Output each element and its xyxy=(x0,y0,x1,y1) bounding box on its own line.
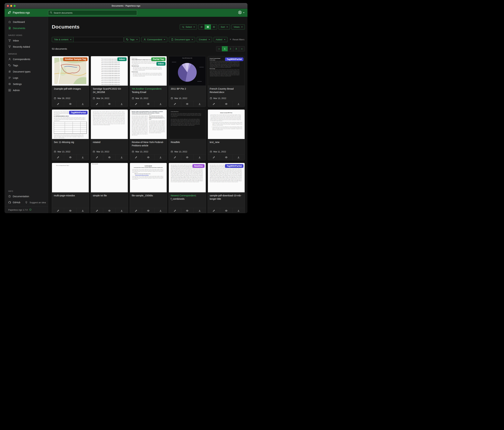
document-card[interactable]: Review of New York Federal Petitions for… xyxy=(130,109,167,160)
view-button[interactable] xyxy=(220,155,232,160)
document-thumbnail[interactable]: This is a test for the double space char… xyxy=(91,56,128,86)
download-button[interactable] xyxy=(115,101,128,107)
document-thumbnail[interactable]: Adobe Acrobat PDF FilesLorem ipsum dolor… xyxy=(208,110,245,139)
document-card[interactable]: French Country BreadFor the Leaven:Lorem… xyxy=(208,56,245,107)
download-button[interactable] xyxy=(115,208,128,213)
document-title[interactable]: ReadMe xyxy=(171,141,204,144)
edit-button[interactable] xyxy=(91,101,103,107)
sidebar-item-correspondents[interactable]: Correspondents xyxy=(5,56,48,62)
sidebar-item-document-types[interactable]: Document types xyxy=(5,68,48,75)
download-button[interactable] xyxy=(154,208,167,213)
document-title[interactable]: file-sample_150kBs xyxy=(132,194,165,197)
document-thumbnail[interactable]: Lorem ipsum dolor sit amet, consectetur … xyxy=(169,163,206,193)
edit-button[interactable] xyxy=(208,101,220,107)
edit-button[interactable] xyxy=(208,155,220,160)
document-correspondent[interactable]: Newest Correspondent xyxy=(171,194,196,197)
list-view-button[interactable] xyxy=(198,24,205,29)
title-content-filter-button[interactable]: Title & content xyxy=(52,37,74,42)
document-thumbnail[interactable]: Lorem ipsum dolor sit amet, consectetur … xyxy=(52,110,89,139)
document-title[interactable]: rotated xyxy=(93,141,126,144)
sidebar-item-dashboard[interactable]: Dashboard xyxy=(5,19,48,25)
document-title[interactable]: sample-pdf-download-10-mb-longer-title xyxy=(210,194,243,201)
tag-another-sample-tag[interactable]: Another Sample Tag xyxy=(63,57,88,61)
document-card[interactable]: Contact Sheet DemoLorem ipsum dolor sit … xyxy=(169,109,206,160)
download-button[interactable] xyxy=(232,155,245,160)
document-title[interactable]: Sec 11-Missing sig xyxy=(54,141,87,144)
tag-tagwithpartial[interactable]: TagWithPartial xyxy=(225,164,243,168)
sidebar-item-settings[interactable]: Settings xyxy=(5,81,48,87)
document-type-filter-button[interactable]: Document type xyxy=(169,37,195,42)
download-button[interactable] xyxy=(154,155,167,160)
document-thumbnail[interactable]: This is a test file. xyxy=(91,163,128,193)
brand[interactable]: Paperless-ngx xyxy=(8,10,48,15)
view-button[interactable] xyxy=(220,101,232,107)
user-menu-button[interactable] xyxy=(238,10,244,15)
edit-button[interactable] xyxy=(169,208,181,213)
view-button[interactable] xyxy=(142,208,154,213)
view-button[interactable] xyxy=(64,101,76,107)
document-thumbnail[interactable]: Lorem ipsum dolor sit amet, consectetur … xyxy=(208,163,245,193)
document-title[interactable]: 2sample-pdf-with-images xyxy=(54,87,87,91)
document-thumbnail[interactable]: Contact Sheet DemoLorem ipsum dolor sit … xyxy=(169,110,206,139)
download-button[interactable] xyxy=(193,101,206,107)
document-title[interactable]: French Country Bread Revised.docx xyxy=(210,87,243,94)
sidebar-item-recently-added[interactable]: Recently Added xyxy=(5,44,48,50)
document-thumbnail[interactable]: Release NotesSimba ODBC Driver for SQL S… xyxy=(130,56,167,86)
view-button[interactable] xyxy=(220,208,232,213)
edit-button[interactable] xyxy=(130,101,142,107)
document-title[interactable]: simple txt file xyxy=(93,194,126,197)
view-button[interactable] xyxy=(103,101,115,107)
added-filter-button[interactable]: Added xyxy=(214,37,227,42)
views-button[interactable]: Views xyxy=(231,24,245,29)
document-title[interactable]: Yet Another Correspondent: Testing Email xyxy=(132,87,165,94)
document-card[interactable]: Another Sample Tag 2sample-pdf-with-imag… xyxy=(52,56,89,107)
sidebar-item-documents[interactable]: Documents xyxy=(5,25,48,31)
tag-partial-tag[interactable]: Partial Tag xyxy=(151,57,166,61)
download-button[interactable] xyxy=(154,101,167,107)
download-button[interactable] xyxy=(232,208,245,213)
edit-button[interactable] xyxy=(130,208,142,213)
edit-button[interactable] xyxy=(52,208,64,213)
document-thumbnail[interactable]: Review of New York Federal Petitions for… xyxy=(130,110,167,139)
tag-tagwithpartial[interactable]: TagWithPartial xyxy=(69,111,88,114)
tag-inbox[interactable]: Inbox xyxy=(156,62,166,66)
document-card[interactable]: Lorem ipsum dolor sit amet, consectetur … xyxy=(208,163,245,213)
document-title[interactable]: multi-page-mixedxx xyxy=(54,194,87,197)
document-title[interactable]: test_new xyxy=(210,141,243,144)
edit-button[interactable] xyxy=(208,208,220,213)
edit-button[interactable] xyxy=(91,155,103,160)
tag-tagwithpartial[interactable]: TagWithPartial xyxy=(225,57,243,61)
document-card[interactable]: Release NotesSimba ODBC Driver for SQL S… xyxy=(130,56,167,107)
document-title[interactable]: 2011 BP Pie 2 xyxy=(171,87,204,91)
document-card[interactable]: This is a test file. simple txt file xyxy=(91,163,128,213)
document-thumbnail[interactable]: Another Sample Tag xyxy=(52,56,89,86)
document-card[interactable]: Adobe Acrobat PDF FilesLorem ipsum dolor… xyxy=(208,109,245,160)
page-button-3[interactable]: 3 xyxy=(233,46,239,51)
document-title[interactable]: Sonstige ScanPC2022 03-24_081058 xyxy=(93,87,126,94)
prev-page-button[interactable]: « xyxy=(216,46,222,51)
reset-filters-button[interactable]: Reset filters xyxy=(229,38,245,41)
sidebar-item-tags[interactable]: Tags xyxy=(5,62,48,68)
global-search[interactable] xyxy=(48,10,137,15)
sidebar-item-documentation[interactable]: Documentation xyxy=(5,193,48,199)
edit-button[interactable] xyxy=(130,155,142,160)
filter-query-input[interactable] xyxy=(74,37,124,42)
view-button[interactable] xyxy=(181,208,193,213)
edit-button[interactable] xyxy=(52,155,64,160)
document-thumbnail[interactable]: French Country BreadFor the Leaven:Lorem… xyxy=(208,56,245,86)
sidebar-item-suggest-idea[interactable]: Suggest an idea xyxy=(21,199,47,206)
detail-view-button[interactable] xyxy=(211,24,217,29)
edit-button[interactable] xyxy=(52,101,64,107)
close-window-button[interactable] xyxy=(7,5,9,7)
created-filter-button[interactable]: Created xyxy=(197,37,212,42)
document-card[interactable]: Lorem ipsum dolor sit amet, consectetur … xyxy=(169,163,206,213)
correspondent-filter-button[interactable]: Correspondent xyxy=(141,37,167,42)
download-button[interactable] xyxy=(193,155,206,160)
edit-button[interactable] xyxy=(169,155,181,160)
sidebar-item-admin[interactable]: Admin xyxy=(5,87,48,93)
document-title[interactable]: Review-of-New-York-Federal-Petitions-art… xyxy=(132,141,165,147)
view-button[interactable] xyxy=(181,155,193,160)
download-button[interactable] xyxy=(193,208,206,213)
edit-button[interactable] xyxy=(91,208,103,213)
tags-filter-button[interactable]: Tags xyxy=(124,37,140,42)
